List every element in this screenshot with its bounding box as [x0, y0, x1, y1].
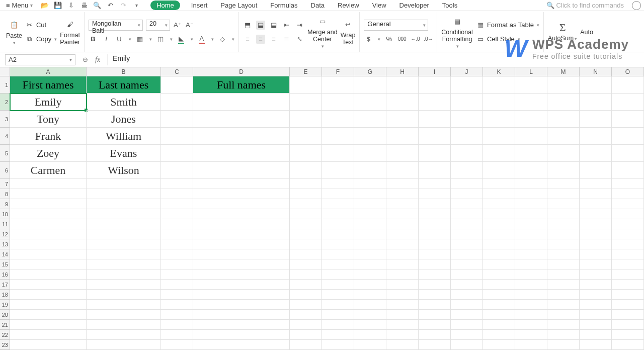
row-header[interactable]: 18 [0, 290, 10, 300]
cell-B3[interactable]: Jones [87, 111, 161, 128]
cell-E23[interactable] [290, 340, 322, 350]
cell-J20[interactable] [451, 310, 483, 320]
row-header[interactable]: 11 [0, 219, 10, 229]
comma-style-icon[interactable]: 000 [397, 35, 407, 44]
cell-D19[interactable] [193, 300, 290, 310]
cell-M16[interactable] [547, 269, 580, 280]
cell-O5[interactable] [612, 145, 644, 162]
cell-F2[interactable] [322, 94, 354, 111]
cell-F22[interactable] [322, 330, 354, 340]
cell-J18[interactable] [451, 290, 483, 300]
cell-H8[interactable] [386, 189, 419, 199]
cell-M2[interactable] [547, 94, 580, 111]
cell-J5[interactable] [451, 145, 483, 162]
cell-E9[interactable] [290, 199, 322, 209]
align-center-icon[interactable]: ≡ [256, 35, 265, 44]
cell-N10[interactable] [580, 209, 612, 219]
cell-M23[interactable] [547, 340, 580, 350]
cell-D6[interactable] [193, 162, 290, 179]
cell-B23[interactable] [87, 340, 161, 350]
cell-I4[interactable] [419, 128, 451, 145]
cell-H5[interactable] [386, 145, 419, 162]
cell-E11[interactable] [290, 219, 322, 229]
cell-I11[interactable] [419, 219, 451, 229]
cell-L9[interactable] [515, 199, 547, 209]
cell-B10[interactable] [87, 209, 161, 219]
cell-L22[interactable] [515, 330, 547, 340]
cell-M21[interactable] [547, 320, 580, 330]
increase-decimal-icon[interactable]: ←.0 [411, 35, 420, 44]
cell-M13[interactable] [547, 239, 580, 249]
cell-M14[interactable] [547, 249, 580, 259]
cell-N13[interactable] [580, 239, 612, 249]
cell-A16[interactable] [10, 269, 87, 280]
tab-review[interactable]: Review [336, 1, 361, 10]
cell-I17[interactable] [419, 280, 451, 290]
cell-I21[interactable] [419, 320, 451, 330]
cell-G1[interactable] [354, 76, 386, 94]
cell-B19[interactable] [87, 300, 161, 310]
row-header[interactable]: 6 [0, 162, 10, 179]
tab-tools[interactable]: Tools [440, 1, 459, 10]
cell-C7[interactable] [161, 179, 193, 189]
cell-H2[interactable] [386, 94, 419, 111]
cell-C10[interactable] [161, 209, 193, 219]
cell-K4[interactable] [483, 128, 515, 145]
cell-A13[interactable] [10, 239, 87, 249]
increase-indent-icon[interactable]: ⇥ [295, 21, 304, 30]
cell-C12[interactable] [161, 229, 193, 239]
cell-E17[interactable] [290, 280, 322, 290]
cell-O2[interactable] [612, 94, 644, 111]
cell-N15[interactable] [580, 259, 612, 269]
cell-D14[interactable] [193, 249, 290, 259]
cell-D16[interactable] [193, 269, 290, 280]
cell-C23[interactable] [161, 340, 193, 350]
cell-M11[interactable] [547, 219, 580, 229]
cell-F3[interactable] [322, 111, 354, 128]
column-header[interactable]: A [10, 67, 87, 76]
cell-K1[interactable] [483, 76, 515, 94]
cell-H7[interactable] [386, 179, 419, 189]
cell-J12[interactable] [451, 229, 483, 239]
decrease-decimal-icon[interactable]: .0→ [424, 35, 433, 44]
cell-B13[interactable] [87, 239, 161, 249]
cell-K21[interactable] [483, 320, 515, 330]
cell-F7[interactable] [322, 179, 354, 189]
redo-icon[interactable]: ↷ [119, 2, 127, 10]
cell-N4[interactable] [580, 128, 612, 145]
cell-K13[interactable] [483, 239, 515, 249]
cell-A23[interactable] [10, 340, 87, 350]
column-header[interactable]: C [161, 67, 193, 76]
cell-G7[interactable] [354, 179, 386, 189]
tab-insert[interactable]: Insert [189, 1, 210, 10]
column-header[interactable]: H [386, 67, 419, 76]
cell-K19[interactable] [483, 300, 515, 310]
clear-format-button[interactable]: ◇ [218, 35, 227, 44]
cell-J23[interactable] [451, 340, 483, 350]
cell-G2[interactable] [354, 94, 386, 111]
cell-I1[interactable] [419, 76, 451, 94]
cell-H15[interactable] [386, 259, 419, 269]
cell-F14[interactable] [322, 249, 354, 259]
cell-L6[interactable] [515, 162, 547, 179]
justify-icon[interactable]: ≣ [282, 35, 291, 44]
cell-O4[interactable] [612, 128, 644, 145]
cell-B6[interactable]: Wilson [87, 162, 161, 179]
cell-O14[interactable] [612, 249, 644, 259]
cell-K3[interactable] [483, 111, 515, 128]
cell-G22[interactable] [354, 330, 386, 340]
cell-B9[interactable] [87, 199, 161, 209]
qat-customize-icon[interactable]: ▾ [132, 2, 140, 10]
cell-G15[interactable] [354, 259, 386, 269]
cell-C20[interactable] [161, 310, 193, 320]
cell-N9[interactable] [580, 199, 612, 209]
undo-icon[interactable]: ↶ [106, 2, 114, 10]
cell-J22[interactable] [451, 330, 483, 340]
cell-D7[interactable] [193, 179, 290, 189]
align-right-icon[interactable]: ≡ [269, 35, 278, 44]
tab-formulas[interactable]: Formulas [268, 1, 299, 10]
font-name-combo[interactable]: Mongolian Baiti ▾ [89, 20, 143, 31]
cell-G10[interactable] [354, 209, 386, 219]
cell-N14[interactable] [580, 249, 612, 259]
cell-J19[interactable] [451, 300, 483, 310]
